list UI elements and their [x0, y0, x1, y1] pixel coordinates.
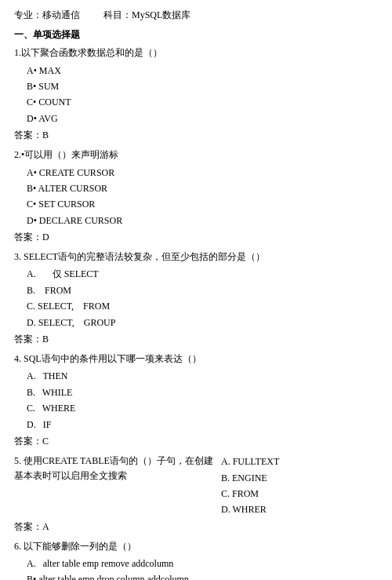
- option-row: B. FROM: [27, 283, 378, 298]
- q1-options: A• MAX B• SUM C• COUNT D• AVG: [27, 63, 378, 127]
- option-row: B• ALTER CURSOR: [27, 181, 378, 196]
- q4-options: A. THEN B. WHILE C. WHERE D. IF: [27, 368, 378, 432]
- option-row: D. IF: [27, 417, 378, 432]
- option-row: A. alter table emp remove addcolumn: [27, 556, 378, 571]
- option-row: A• CREATE CURSOR: [27, 165, 378, 181]
- option-row: A. 仅 SELECT: [27, 266, 378, 282]
- q2-options: A• CREATE CURSOR B• ALTER CURSOR C• SET …: [27, 165, 378, 229]
- option-row: B• SUM: [27, 78, 378, 94]
- option-row: D• AVG: [27, 111, 378, 126]
- major-label: 专业：移动通信: [14, 8, 80, 23]
- option-row: C. SELECT, FROM: [27, 298, 378, 314]
- question-5: 5. 使用CREATE TABLE语句的（）子句，在创建基本表时可以启用全文搜索…: [14, 454, 378, 534]
- question-4: 4. SQL语句中的条件用以下哪一项来表达（） A. THEN B. WHILE…: [14, 352, 378, 449]
- q5-title: 5. 使用CREATE TABLE语句的（）子句，在创建基本表时可以启用全文搜索: [14, 454, 221, 483]
- option-row: B• alter table emp drop column addcolumn: [27, 571, 378, 580]
- q5-answer: 答案：A: [14, 520, 378, 534]
- subject-label: 科目：MySQL数据库: [103, 8, 191, 23]
- question-6: 6. 以下能够删除一列的是（） A. alter table emp remov…: [14, 539, 378, 580]
- question-2: 2.•可以用（）来声明游标 A• CREATE CURSOR B• ALTER …: [14, 148, 378, 245]
- option-row: C• COUNT: [27, 94, 378, 110]
- q5-options: A. FULLTEXT B. ENGINE C. FROM D. WHRER: [221, 454, 378, 518]
- q4-answer: 答案：C: [14, 434, 378, 449]
- q3-title: 3. SELECT语句的完整语法较复杂，但至少包括的部分是（）: [14, 250, 378, 264]
- option-row: D. SELECT, GROUP: [27, 315, 378, 330]
- option-row: A• MAX: [27, 63, 378, 78]
- option-row: D• DECLARE CURSOR: [27, 213, 378, 228]
- option-row: D. WHRER: [221, 502, 378, 517]
- q2-title: 2.•可以用（）来声明游标: [14, 148, 378, 162]
- q2-answer: 答案：D: [14, 230, 378, 245]
- option-row: A. FULLTEXT: [221, 454, 378, 469]
- q1-title: 1.以下聚合函数求数据总和的是（）: [14, 46, 378, 60]
- option-row: C. WHERE: [27, 400, 378, 416]
- q1-answer: 答案：B: [14, 128, 378, 143]
- header: 专业：移动通信 科目：MySQL数据库: [14, 8, 378, 23]
- q6-title: 6. 以下能够删除一列的是（）: [14, 539, 378, 554]
- q3-answer: 答案：B: [14, 332, 378, 347]
- q6-options: A. alter table emp remove addcolumn B• a…: [27, 556, 378, 580]
- option-row: B. WHILE: [27, 385, 378, 400]
- option-row: C• SET CURSOR: [27, 196, 378, 212]
- option-row: B. ENGINE: [221, 470, 378, 486]
- q4-title: 4. SQL语句中的条件用以下哪一项来表达（）: [14, 352, 378, 367]
- question-1: 1.以下聚合函数求数据总和的是（） A• MAX B• SUM C• COUNT…: [14, 46, 378, 143]
- option-row: A. THEN: [27, 368, 378, 384]
- section-title: 一、单项选择题: [14, 27, 378, 42]
- question-3: 3. SELECT语句的完整语法较复杂，但至少包括的部分是（） A. 仅 SEL…: [14, 250, 378, 347]
- q3-options: A. 仅 SELECT B. FROM C. SELECT, FROM D. S…: [27, 266, 378, 330]
- option-row: C. FROM: [221, 486, 378, 502]
